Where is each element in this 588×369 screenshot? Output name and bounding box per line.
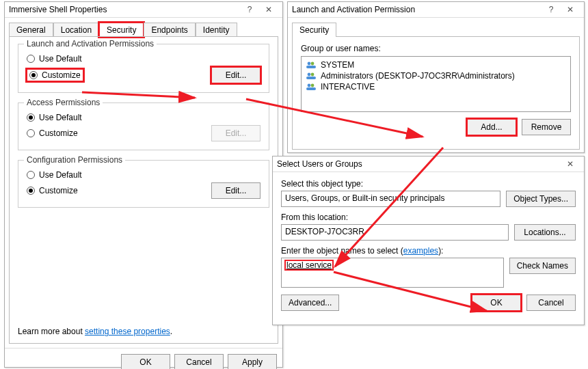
users-icon (306, 61, 317, 69)
window-title: Launch and Activation Permission (292, 5, 542, 14)
list-item[interactable]: SYSTEM (304, 59, 567, 70)
group-legend: Configuration Permissions (24, 155, 125, 165)
list-item[interactable]: INTERACTIVE (304, 81, 567, 92)
entered-name: local service (285, 260, 333, 270)
radio-label: Customize (42, 70, 81, 80)
tab-identity[interactable]: Identity (196, 23, 237, 37)
tab-security[interactable]: Security (99, 23, 144, 37)
access-edit-button: Edit... (211, 125, 260, 141)
list-item[interactable]: Administrators (DESKTOP-J7OC3RR\Administ… (304, 70, 567, 81)
learn-more: Learn more about setting these propertie… (18, 327, 172, 336)
svg-point-4 (311, 73, 315, 77)
select-users-dialog: Select Users or Groups ✕ Select this obj… (272, 156, 585, 325)
location-field: DESKTOP-J7OC3RR (281, 224, 509, 241)
group-legend: Launch and Activation Permissions (24, 39, 157, 49)
titlebar: Select Users or Groups ✕ (273, 156, 584, 172)
learn-more-link[interactable]: setting these properties (85, 327, 170, 336)
tab-strip: General Location Security Endpoints Iden… (5, 18, 282, 36)
dialog-button-row: OK Cancel Apply (5, 348, 282, 369)
svg-rect-5 (306, 77, 316, 79)
examples-link[interactable]: examples (403, 246, 438, 256)
svg-point-0 (308, 62, 311, 66)
object-type-label: Select this object type: (281, 179, 576, 189)
radio-icon (27, 171, 35, 179)
svg-rect-2 (306, 66, 316, 68)
launch-use-default-row[interactable]: Use Default (27, 54, 260, 64)
group-label: Group or user names: (301, 44, 571, 53)
learn-more-prefix: Learn more about (18, 327, 85, 336)
advanced-button[interactable]: Advanced... (281, 295, 339, 311)
launch-edit-button[interactable]: Edit... (211, 67, 260, 83)
launch-permissions-group: Launch and Activation Permissions Use De… (18, 44, 269, 93)
users-icon (306, 72, 317, 80)
radio-icon (27, 129, 35, 137)
ok-button[interactable]: OK (472, 295, 521, 311)
radio-label: Customize (39, 128, 78, 138)
user-listbox[interactable]: SYSTEM Administrators (DESKTOP-J7OC3RR\A… (301, 56, 571, 112)
radio-label: Use Default (39, 170, 82, 180)
access-use-default-row[interactable]: Use Default (27, 113, 260, 122)
radio-label: Customize (39, 186, 78, 195)
tab-endpoints[interactable]: Endpoints (144, 23, 195, 37)
object-type-field: Users, Groups, or Built-in security prin… (281, 191, 500, 207)
close-icon[interactable]: ✕ (561, 5, 580, 14)
close-icon[interactable]: ✕ (561, 159, 580, 169)
object-types-button[interactable]: Object Types... (506, 191, 576, 207)
object-names-input[interactable]: local service (281, 258, 504, 288)
radio-label: Use Default (39, 54, 82, 64)
tab-security[interactable]: Security (292, 23, 336, 37)
list-item-label: INTERACTIVE (321, 82, 375, 92)
tab-location[interactable]: Location (53, 23, 99, 37)
users-icon (306, 83, 317, 91)
radio-icon (27, 113, 35, 122)
apply-button[interactable]: Apply (228, 354, 277, 369)
ok-button[interactable]: OK (121, 354, 170, 369)
list-item-label: Administrators (DESKTOP-J7OC3RR\Administ… (321, 71, 515, 81)
cancel-button[interactable]: Cancel (526, 295, 576, 311)
svg-rect-8 (306, 87, 316, 90)
check-names-button[interactable]: Check Names (509, 258, 576, 274)
config-permissions-group: Configuration Permissions Use Default Cu… (18, 160, 269, 208)
permission-dialog: Launch and Activation Permission ? ✕ Sec… (287, 1, 585, 153)
radio-icon (29, 71, 38, 79)
config-use-default-row[interactable]: Use Default (27, 170, 260, 180)
tab-strip: Security (288, 18, 584, 36)
group-legend: Access Permissions (24, 98, 103, 107)
radio-icon (27, 55, 35, 63)
add-button[interactable]: Add... (467, 119, 516, 135)
titlebar: Launch and Activation Permission ? ✕ (288, 2, 584, 18)
help-icon[interactable]: ? (542, 5, 561, 14)
close-icon[interactable]: ✕ (259, 5, 278, 14)
svg-point-6 (308, 84, 311, 87)
access-permissions-group: Access Permissions Use Default Customize… (18, 102, 269, 150)
cancel-button[interactable]: Cancel (174, 354, 224, 369)
svg-point-7 (311, 84, 315, 87)
svg-point-3 (308, 73, 311, 77)
config-customize-row[interactable]: Customize (27, 186, 78, 195)
window-title: Select Users or Groups (277, 159, 561, 169)
list-item-label: SYSTEM (321, 60, 354, 70)
access-customize-row[interactable]: Customize (27, 128, 78, 138)
properties-dialog: Immersive Shell Properties ? ✕ General L… (4, 1, 283, 368)
radio-label: Use Default (39, 113, 82, 122)
locations-button[interactable]: Locations... (514, 224, 576, 241)
titlebar: Immersive Shell Properties ? ✕ (5, 2, 282, 18)
tab-body: Launch and Activation Permissions Use De… (9, 36, 278, 344)
config-edit-button[interactable]: Edit... (211, 182, 260, 199)
remove-button[interactable]: Remove (522, 119, 571, 135)
location-label: From this location: (281, 213, 576, 222)
launch-customize-row[interactable]: Customize (27, 69, 83, 81)
object-names-label: Enter the object names to select (exampl… (281, 246, 576, 256)
window-title: Immersive Shell Properties (9, 5, 240, 14)
radio-icon (27, 187, 35, 195)
help-icon[interactable]: ? (240, 5, 259, 14)
tab-body: Group or user names: SYSTEM Administrato… (292, 36, 580, 150)
tab-general[interactable]: General (9, 23, 53, 37)
svg-point-1 (311, 62, 315, 66)
